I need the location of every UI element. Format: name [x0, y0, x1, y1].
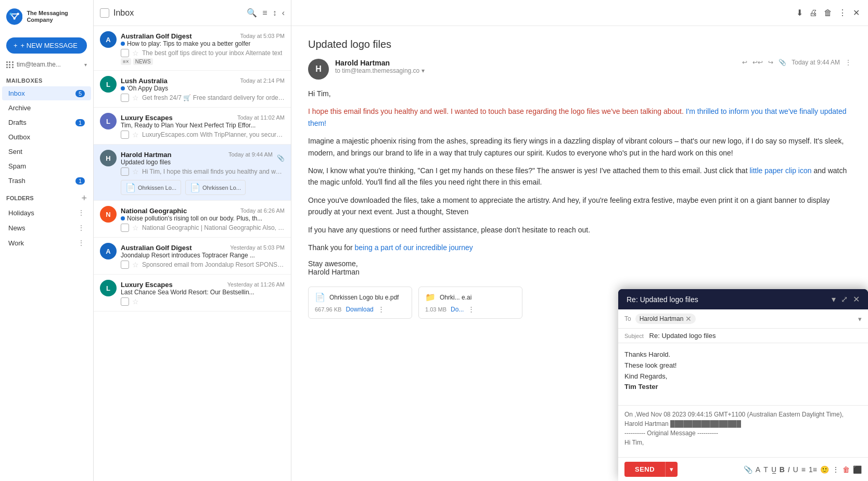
email-sender-name: Lush Australia	[121, 77, 168, 85]
print-icon[interactable]: 🖨	[809, 8, 818, 18]
more-options-icon[interactable]: ⋮	[838, 8, 847, 18]
email-star[interactable]: ☆	[132, 131, 139, 139]
folder-item-holidays[interactable]: Holidays ⋮	[2, 205, 91, 220]
reply-all-icon[interactable]: ↩↩	[752, 59, 763, 66]
folder-item-news[interactable]: News ⋮	[2, 220, 91, 235]
body-para-2: Imagine a majestic phoenix rising from t…	[308, 135, 851, 159]
compose-discard-icon[interactable]: 🗑	[843, 465, 850, 474]
compose-close-icon[interactable]: ✕	[853, 294, 860, 304]
mailbox-item-archive[interactable]: Archive	[2, 101, 91, 115]
mailbox-item-inbox[interactable]: Inbox 5	[2, 86, 91, 100]
mailbox-item-spam[interactable]: Spam	[2, 159, 91, 173]
select-all-checkbox[interactable]	[100, 8, 109, 18]
email-subject: Noise pollution's rising toll on our bod…	[127, 215, 262, 222]
bold-icon[interactable]: B	[780, 465, 785, 474]
email-star[interactable]: ☆	[132, 224, 139, 232]
email-preview: Sponsored email from Joondalup Resort SP…	[142, 261, 285, 268]
mailbox-item-trash[interactable]: Trash 1	[2, 174, 91, 188]
mailbox-badge: 1	[75, 119, 85, 126]
email-star[interactable]: ☆	[132, 167, 139, 176]
folder-item-work[interactable]: Work ⋮	[2, 236, 91, 250]
underline-icon[interactable]: U̲	[771, 465, 776, 474]
compose-archive-icon[interactable]: ⬛	[853, 465, 862, 474]
delete-icon[interactable]: 🗑	[824, 8, 832, 18]
email-time: Today at 9:44 AM	[228, 151, 273, 158]
text-format-icon[interactable]: A	[756, 465, 760, 474]
attachment-1-more-icon[interactable]: ⋮	[378, 305, 385, 313]
email-star[interactable]: ☆	[132, 49, 139, 57]
mailbox-item-sent[interactable]: Sent	[2, 145, 91, 159]
email-star[interactable]: ☆	[132, 261, 139, 269]
email-preview: National Geographic | National Geographi…	[142, 224, 285, 231]
folders-label: Folders	[6, 195, 81, 201]
email-list-item[interactable]: N National Geographic Today at 6:26 AM N…	[94, 201, 291, 238]
new-message-button[interactable]: + + NEW MESSAGE	[6, 37, 87, 54]
compose-maximize-icon[interactable]: ⤢	[841, 294, 848, 304]
email-list-item[interactable]: H Harold Hartman Today at 9:44 AM Update…	[94, 145, 291, 201]
add-folder-button[interactable]: +	[81, 193, 87, 203]
download-link-1[interactable]: Download	[346, 306, 373, 313]
email-checkbox[interactable]	[121, 49, 129, 57]
email-checkbox[interactable]	[121, 167, 129, 176]
folder-options-icon[interactable]: ⋮	[78, 209, 85, 217]
email-checkbox[interactable]	[121, 131, 129, 139]
archive-icon[interactable]: ⬇	[796, 8, 803, 18]
compose-recipient-remove[interactable]: ✕	[685, 315, 692, 323]
underline2-icon[interactable]: U	[793, 465, 798, 474]
filter-icon[interactable]: ≡	[262, 8, 267, 18]
close-icon[interactable]: ✕	[853, 8, 860, 18]
forward-icon[interactable]: ↪	[768, 59, 773, 66]
email-more-icon[interactable]: ⋮	[845, 59, 851, 66]
account-selector[interactable]: tim@team.the... ▾	[0, 58, 93, 71]
email-time: Today at 5:03 PM	[240, 33, 285, 39]
email-checkbox[interactable]	[121, 297, 129, 306]
email-star[interactable]: ☆	[132, 297, 139, 306]
email-subject-title: Updated logo files	[308, 38, 851, 50]
compose-minimize-icon[interactable]: ▾	[832, 294, 836, 304]
folder-options-icon[interactable]: ⋮	[78, 239, 85, 247]
compose-to-dropdown-icon[interactable]: ▾	[858, 315, 862, 323]
compose-text-area[interactable]: Thanks Harold.These look great! Kind Reg…	[618, 343, 868, 406]
folder-options-icon[interactable]: ⋮	[78, 224, 85, 232]
email-avatar: A	[100, 243, 117, 259]
mailbox-item-outbox[interactable]: Outbox	[2, 130, 91, 144]
email-list-item[interactable]: L Luxury Escapes Today at 11:02 AM Tim, …	[94, 108, 291, 145]
email-list-item[interactable]: L Lush Australia Today at 2:14 PM 'Oh Ap…	[94, 71, 291, 108]
compose-more-icon[interactable]: ⋮	[832, 465, 839, 474]
download-link-2[interactable]: Do...	[451, 306, 464, 313]
apps-icon	[6, 61, 14, 68]
email-star[interactable]: ☆	[132, 94, 139, 102]
compose-body: To Harold Hartman ✕ ▾ Subject Re: Update…	[618, 309, 868, 481]
sign-off: Stay awesome,	[308, 259, 851, 268]
sort-icon[interactable]: ↕	[273, 8, 277, 18]
mailbox-item-drafts[interactable]: Drafts 1	[2, 115, 91, 129]
attachment-2-name: Ohrki... e.ai	[440, 294, 471, 301]
sender-to[interactable]: to tim@team.themessaging.co ▾	[335, 67, 742, 74]
email-list-item[interactable]: L Luxury Escapes Yesterday at 11:26 AM L…	[94, 275, 291, 311]
search-icon[interactable]: 🔍	[247, 8, 257, 18]
email-list-item[interactable]: A Australian Golf Digest Yesterday at 5:…	[94, 238, 291, 275]
body-para-6: Thank you for being a part of our incred…	[308, 242, 851, 253]
reply-icon[interactable]: ↩	[742, 59, 747, 66]
attachment-clip-icon[interactable]: 📎	[778, 59, 786, 66]
collapse-icon[interactable]: ‹	[282, 8, 285, 18]
email-checkbox[interactable]	[121, 94, 129, 102]
text-size-icon[interactable]: T	[763, 465, 768, 474]
italic-icon[interactable]: I	[788, 465, 790, 474]
email-checkbox[interactable]	[121, 261, 129, 269]
mailbox-label: Drafts	[8, 119, 75, 126]
ordered-list-icon[interactable]: 1≡	[809, 465, 817, 474]
send-dropdown-button[interactable]: ▾	[665, 462, 678, 477]
email-sender-name: National Geographic	[121, 207, 187, 215]
email-attachment-icon: 📎	[277, 154, 285, 162]
unread-dot	[121, 42, 125, 46]
attachment-card-1: 📄 Ohrkissen Logo blu e.pdf 667.96 KB Dow…	[308, 287, 412, 319]
list-icon[interactable]: ≡	[801, 465, 806, 474]
send-button[interactable]: SEND	[624, 462, 665, 477]
email-list-item[interactable]: A Australian Golf Digest Today at 5:03 P…	[94, 26, 291, 71]
email-checkbox[interactable]	[121, 224, 129, 232]
emoji-icon[interactable]: 🙂	[820, 465, 829, 474]
attach-icon[interactable]: 📎	[744, 465, 752, 474]
attachment-2-more-icon[interactable]: ⋮	[468, 305, 475, 313]
compose-to-input[interactable]	[700, 315, 854, 323]
